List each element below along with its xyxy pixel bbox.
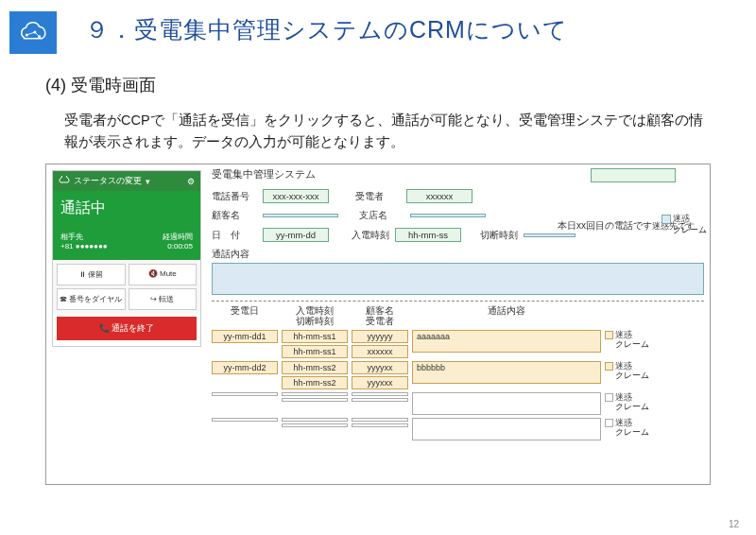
hist-content[interactable] <box>412 392 601 415</box>
history-rows: yy-mm-dd1hh-mm-ss1hh-mm-ss1yyyyyyxxxxxxa… <box>212 330 704 440</box>
cuttime-label: 切断時刻 <box>480 229 518 242</box>
hist-date[interactable] <box>212 392 278 396</box>
hist-customer[interactable] <box>352 392 408 396</box>
date-label: 日 付 <box>212 229 257 242</box>
history-row: yy-mm-dd2hh-mm-ss2hh-mm-ss2yyyyxxyyyxxxb… <box>212 361 704 389</box>
ccp-caller-label: 相手先 <box>60 232 108 242</box>
hist-cuttime[interactable] <box>282 398 348 402</box>
hist-date[interactable]: yy-mm-dd1 <box>212 330 278 343</box>
col-content: 通話内容 <box>412 305 601 327</box>
branch-label: 支店名 <box>359 209 404 222</box>
hist-cuttime[interactable]: hh-mm-ss1 <box>282 345 348 358</box>
branch-field[interactable] <box>410 214 486 217</box>
date-field[interactable]: yy-mm-dd <box>263 228 329 242</box>
hist-receiver[interactable] <box>352 423 408 427</box>
ccp-status-area: 通話中 相手先 +81 ●●●●●●● 経過時間 0:00:05 <box>53 191 200 260</box>
col-who: 顧客名 受電者 <box>352 305 408 327</box>
cuttime-field[interactable] <box>524 233 576 237</box>
customer-field[interactable] <box>263 214 338 217</box>
phone-field[interactable]: xxx-xxx-xxx <box>263 189 329 203</box>
hist-flags: 迷惑クレーム <box>605 361 662 380</box>
receiver-field[interactable]: xxxxxx <box>406 189 472 203</box>
ccp-caller-number: +81 ●●●●●●● <box>60 242 108 250</box>
hist-intime[interactable]: hh-mm-ss2 <box>282 361 348 374</box>
ccp-call-status: 通話中 <box>60 198 193 218</box>
hist-content[interactable]: bbbbbb <box>412 361 601 384</box>
hist-flags: 迷惑クレーム <box>605 418 662 437</box>
hist-intime[interactable] <box>282 392 348 396</box>
end-call-button[interactable]: 📞 通話を終了 <box>57 317 197 340</box>
col-times: 入電時刻 切断時刻 <box>282 305 348 327</box>
section-subtitle: (4) 受電時画面 <box>45 74 156 96</box>
ccp-elapsed-label: 経過時間 <box>163 232 193 242</box>
hist-receiver[interactable] <box>352 398 408 402</box>
hist-customer[interactable]: yyyyyy <box>352 330 408 343</box>
brand-logo <box>9 11 57 54</box>
cloud-network-icon <box>15 19 51 47</box>
call-content-field[interactable] <box>212 263 704 295</box>
meiwaku-checkbox[interactable] <box>662 215 671 224</box>
history-row: 迷惑クレーム <box>212 418 704 440</box>
hist-meiwaku-checkbox[interactable] <box>605 331 613 339</box>
hist-flags: 迷惑クレーム <box>605 392 662 411</box>
history-row: 迷惑クレーム <box>212 392 704 415</box>
hist-customer[interactable] <box>352 418 408 422</box>
page-title: ９．受電集中管理システムのCRMについて <box>85 14 568 45</box>
customer-label: 顧客名 <box>212 209 257 222</box>
intime-label: 入電時刻 <box>352 229 389 242</box>
history-row: yy-mm-dd1hh-mm-ss1hh-mm-ss1yyyyyyxxxxxxa… <box>212 330 704 358</box>
ccp-status-change-label[interactable]: ステータスの変更 <box>74 175 142 187</box>
hist-content[interactable]: aaaaaaa <box>412 330 601 353</box>
ccp-logo-icon <box>59 176 70 187</box>
hist-cuttime[interactable]: hh-mm-ss2 <box>282 376 348 389</box>
hist-receiver[interactable]: xxxxxx <box>352 345 408 358</box>
screenshot-panel: ステータスの変更 ▾ ⚙ 通話中 相手先 +81 ●●●●●●● 経過時間 0:… <box>45 164 711 485</box>
mute-button[interactable]: 🔇 Mute <box>129 264 198 285</box>
ccp-panel: ステータスの変更 ▾ ⚙ 通話中 相手先 +81 ●●●●●●● 経過時間 0:… <box>52 170 201 347</box>
gear-icon[interactable]: ⚙ <box>187 177 195 186</box>
history-header: 受電日 入電時刻 切断時刻 顧客名 受電者 通話内容 <box>212 305 704 327</box>
hist-date[interactable]: yy-mm-dd2 <box>212 361 278 374</box>
col-date: 受電日 <box>212 305 278 327</box>
top-empty-field[interactable] <box>591 168 676 182</box>
chevron-down-icon[interactable]: ▾ <box>146 177 150 186</box>
divider <box>212 301 704 302</box>
section-description: 受電者がCCPで「通話を受信」をクリックすると、通話が可能となり、受電管理システ… <box>64 110 707 153</box>
transfer-button[interactable]: ↪ 転送 <box>129 288 198 310</box>
hist-date[interactable] <box>212 418 278 422</box>
page-number: 12 <box>729 519 739 529</box>
hist-customer[interactable]: yyyyxx <box>352 361 408 374</box>
flag-checkboxes: 迷惑 クレーム <box>662 214 707 235</box>
content-label: 通話内容 <box>212 248 704 261</box>
hist-meiwaku-checkbox[interactable] <box>605 362 613 371</box>
receiver-label: 受電者 <box>355 190 401 203</box>
handset-icon: 📞 <box>99 323 112 333</box>
hist-content[interactable] <box>412 418 601 440</box>
intime-field[interactable]: hh-mm-ss <box>395 228 461 242</box>
hist-meiwaku-checkbox[interactable] <box>605 393 613 402</box>
hist-intime[interactable] <box>282 418 348 422</box>
ccp-header: ステータスの変更 ▾ ⚙ <box>53 171 200 191</box>
hist-cuttime[interactable] <box>282 423 348 427</box>
phone-label: 電話番号 <box>212 190 257 203</box>
hist-meiwaku-checkbox[interactable] <box>605 419 613 427</box>
hold-button[interactable]: ⏸ 保留 <box>57 264 126 285</box>
crm-form: 受電集中管理システム 電話番号 xxx-xxx-xxx 受電者 xxxxxx 顧… <box>212 168 704 440</box>
dial-button[interactable]: ☎ 番号をダイヤル <box>57 288 126 310</box>
hist-flags: 迷惑クレーム <box>605 330 662 349</box>
hist-receiver[interactable]: yyyxxx <box>352 376 408 389</box>
hist-intime[interactable]: hh-mm-ss1 <box>282 330 348 343</box>
ccp-elapsed-time: 0:00:05 <box>163 242 193 250</box>
